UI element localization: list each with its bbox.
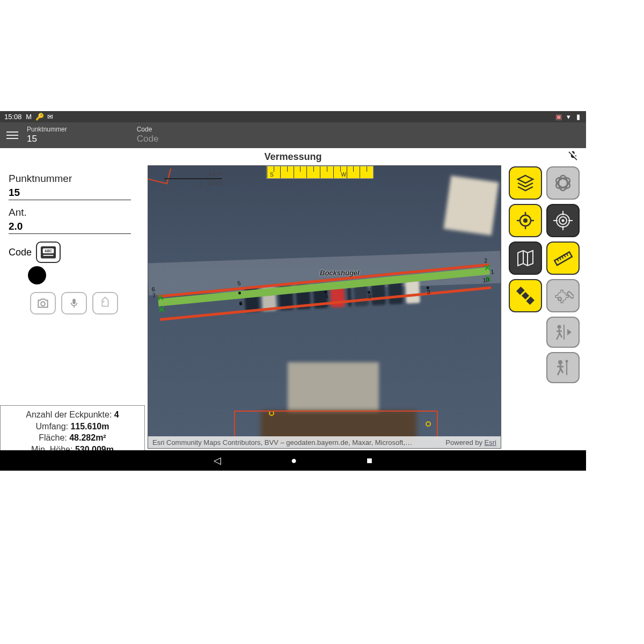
header-code-placeholder: Code	[137, 134, 159, 144]
map-attribution: Esri Community Maps Contributors, BVV – …	[148, 436, 501, 448]
header-code[interactable]: Code Code	[137, 126, 159, 144]
clock: 15:08	[4, 113, 22, 121]
android-navbar: ◁ ● ■	[0, 450, 586, 471]
title-row: Vermessung	[0, 148, 586, 165]
locate-button[interactable]	[509, 204, 542, 237]
svg-line-26	[562, 257, 564, 259]
microphone-button[interactable]	[61, 292, 87, 314]
wifi-icon: ▾	[565, 113, 572, 121]
map-view[interactable]: S W 21m 1: 1070 Bockshügel	[148, 165, 501, 449]
svg-line-25	[560, 258, 561, 260]
punktnummer-input[interactable]	[9, 185, 131, 200]
svg-point-36	[558, 360, 562, 364]
header-code-label: Code	[137, 126, 159, 133]
svg-text:ABC: ABC	[45, 249, 52, 253]
gmail-icon: M	[25, 113, 33, 121]
code-selector-button[interactable]: ABC	[36, 241, 61, 263]
svg-point-11	[523, 218, 528, 223]
svg-line-28	[567, 254, 568, 256]
target-button[interactable]	[546, 204, 580, 237]
stake-play-button[interactable]	[546, 317, 580, 348]
satellite-button[interactable]	[509, 279, 542, 312]
svg-line-27	[564, 255, 566, 257]
measure-button[interactable]	[546, 241, 580, 275]
svg-point-38	[566, 360, 568, 363]
punktnummer-label: Punktnummer	[9, 173, 139, 185]
svg-point-6	[103, 301, 105, 303]
settings-button[interactable]	[546, 279, 580, 312]
header-punktnummer-label: Punktnummer	[27, 126, 67, 133]
nav-back-button[interactable]: ◁	[214, 455, 221, 466]
svg-point-4	[41, 302, 45, 306]
map-mode-button[interactable]	[509, 241, 542, 275]
page-title: Vermessung	[264, 151, 321, 163]
battery-icon: ▮	[574, 113, 582, 121]
scale-indicator: 21m 1: 1070	[164, 169, 222, 187]
orbit-button[interactable]	[546, 166, 580, 200]
svg-rect-30	[516, 287, 525, 295]
nav-recents-button[interactable]: ■	[367, 455, 372, 466]
svg-rect-23	[554, 252, 572, 266]
svg-point-34	[558, 325, 561, 329]
android-statusbar: 15:08 M 🔑 ✉ ▣ ▾ ▮	[0, 111, 586, 122]
mic-off-icon[interactable]	[568, 150, 579, 164]
surveyor-button[interactable]	[546, 352, 580, 383]
camera-button[interactable]	[30, 292, 56, 314]
menu-button[interactable]	[3, 126, 21, 144]
ant-input[interactable]	[9, 218, 131, 234]
code-label: Code	[9, 247, 32, 258]
svg-rect-29	[522, 292, 529, 299]
svg-rect-3	[43, 255, 54, 256]
compass-ruler: S W	[266, 166, 374, 179]
nav-home-button[interactable]: ●	[291, 455, 297, 466]
mail-icon: ✉	[47, 113, 54, 121]
app-window: 15:08 M 🔑 ✉ ▣ ▾ ▮ Punktnummer 15 Code Co…	[0, 111, 586, 471]
svg-point-18	[562, 219, 565, 222]
svg-rect-5	[72, 299, 76, 304]
svg-line-24	[557, 259, 559, 261]
header-punktnummer-value: 15	[27, 134, 67, 144]
app-header: Punktnummer 15 Code Code	[0, 122, 586, 148]
key-icon: 🔑	[36, 113, 43, 121]
tag-button[interactable]	[92, 292, 118, 314]
point-color-swatch[interactable]	[28, 266, 46, 284]
map-container: S W 21m 1: 1070 Bockshügel	[148, 165, 586, 455]
svg-rect-31	[526, 296, 535, 305]
header-punktnummer[interactable]: Punktnummer 15	[27, 126, 67, 144]
right-toolbar	[506, 165, 586, 383]
layers-button[interactable]	[509, 166, 542, 200]
ant-label: Ant.	[9, 207, 139, 218]
esri-link[interactable]: Esri	[485, 438, 496, 447]
svg-point-32	[558, 297, 561, 301]
svg-point-8	[554, 175, 572, 191]
cast-icon: ▣	[555, 113, 562, 121]
